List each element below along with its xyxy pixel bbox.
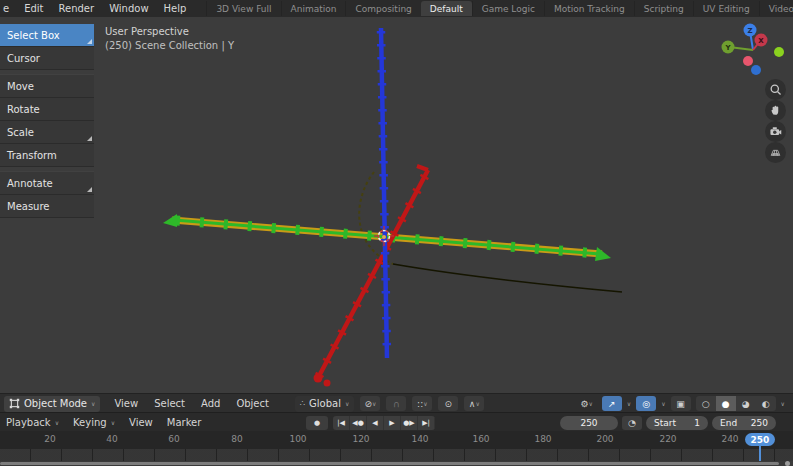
menu-keying[interactable]: Keying ∨: [73, 417, 115, 428]
chevron-down-icon[interactable]: ∨: [781, 400, 785, 407]
pivot-point-button[interactable]: ⊘ ∨: [360, 396, 380, 411]
chevron-down-icon[interactable]: ∨: [627, 400, 631, 407]
orientation-selector[interactable]: ∴ Global ∨: [295, 396, 354, 412]
transform-snap-cluster: ∴ Global ∨ ⊘ ∨ ∩ :: ∨ ⊙ ∧ ∨: [295, 396, 484, 412]
shading-wireframe-button[interactable]: ○: [696, 396, 716, 411]
falloff-button[interactable]: ∧ ∨: [464, 396, 484, 411]
tool-measure[interactable]: Measure: [0, 195, 94, 218]
tab-animation[interactable]: Animation: [281, 1, 346, 16]
menu-file-partial[interactable]: e: [3, 3, 9, 14]
chevron-down-icon: ∨: [589, 400, 593, 407]
xray-toggle-button[interactable]: ▣: [671, 396, 691, 411]
gizmo-neg-z[interactable]: [751, 65, 761, 75]
orientation-label: Global: [309, 398, 341, 409]
menu-view-timeline[interactable]: View: [129, 417, 153, 428]
chevron-down-icon[interactable]: ∨: [661, 400, 665, 407]
camera-view-button[interactable]: [765, 121, 786, 142]
tab-scripting[interactable]: Scripting: [634, 1, 693, 16]
jump-to-start-button[interactable]: |◀: [333, 416, 350, 430]
tool-transform[interactable]: Transform: [0, 144, 94, 167]
tool-select-box[interactable]: Select Box: [0, 24, 94, 47]
tool-panel: Select Box Cursor Move Rotate Scale Tran…: [0, 24, 94, 218]
next-keyframe-button[interactable]: ●▶: [401, 416, 418, 430]
shading-solid-button[interactable]: ●: [716, 396, 736, 411]
proportional-edit-button[interactable]: ⊙: [438, 396, 458, 411]
menu-object[interactable]: Object: [236, 398, 269, 409]
ruler-tick-label: 40: [97, 434, 127, 444]
orientation-icon: ∴: [300, 399, 305, 408]
timeline-ruler[interactable]: 20 40 60 80 100 120 140 160 180 200 220 …: [0, 431, 793, 449]
tab-game-logic[interactable]: Game Logic: [472, 1, 544, 16]
tab-motion-tracking[interactable]: Motion Tracking: [544, 1, 634, 16]
use-preview-range-button[interactable]: ◔: [622, 416, 642, 430]
menu-playback[interactable]: Playback ∨: [6, 417, 59, 428]
dark-curve: [393, 264, 622, 292]
menu-add[interactable]: Add: [201, 398, 220, 409]
prev-keyframe-button[interactable]: ◀●: [350, 416, 367, 430]
tool-annotate[interactable]: Annotate: [0, 171, 94, 195]
start-frame-field[interactable]: Start 1: [646, 416, 708, 430]
transport-controls: |◀ ◀● ◀ ▶ ●▶ ▶|: [333, 416, 435, 430]
tab-compositing[interactable]: Compositing: [345, 1, 420, 16]
scrollbar-knob[interactable]: [785, 461, 790, 466]
tool-cursor[interactable]: Cursor: [0, 47, 94, 70]
menu-marker[interactable]: Marker: [167, 417, 202, 428]
shading-material-button[interactable]: ◕: [736, 396, 756, 411]
ruler-tick-label: 60: [159, 434, 189, 444]
menu-select[interactable]: Select: [154, 398, 185, 409]
show-overlays-button[interactable]: ◎: [636, 396, 656, 411]
mode-selector[interactable]: Object Mode ∨: [4, 396, 100, 412]
viewport-3d[interactable]: User Perspective (250) Scene Collection …: [0, 17, 793, 393]
rendered-icon: ◐: [762, 399, 770, 409]
gizmo-neg-y[interactable]: [774, 47, 784, 57]
end-frame-field[interactable]: End 250: [712, 416, 776, 430]
auto-key-button[interactable]: ●: [306, 416, 328, 430]
timeline-track[interactable]: [0, 449, 793, 461]
menu-edit[interactable]: Edit: [24, 3, 43, 14]
show-gizmo-button[interactable]: ↗: [602, 396, 622, 411]
active-tool-button[interactable]: ⚙ ∨: [577, 396, 597, 411]
shading-rendered-button[interactable]: ◐: [756, 396, 776, 411]
start-label: Start: [654, 418, 676, 428]
tab-uv-editing[interactable]: UV Editing: [693, 1, 759, 16]
play-button[interactable]: ▶: [384, 416, 401, 430]
view-header-menus: View Select Add Object: [114, 398, 269, 409]
tool-move[interactable]: Move: [0, 74, 94, 98]
play-reverse-button[interactable]: ◀: [367, 416, 384, 430]
tool-scale[interactable]: Scale: [0, 121, 94, 144]
timeline[interactable]: 20 40 60 80 100 120 140 160 180 200 220 …: [0, 431, 793, 466]
playhead[interactable]: [759, 446, 761, 461]
menu-window[interactable]: Window: [109, 3, 148, 14]
menu-view[interactable]: View: [114, 398, 138, 409]
current-frame-badge[interactable]: 250: [745, 433, 775, 446]
perspective-toggle-button[interactable]: [765, 142, 786, 163]
snap-target-button[interactable]: :: ∨: [412, 396, 432, 411]
chevron-down-icon: ∨: [55, 419, 59, 426]
tool-rotate[interactable]: Rotate: [0, 98, 94, 121]
snap-toggle-button[interactable]: ∩: [386, 396, 406, 411]
ruler-tick-label: 180: [528, 434, 558, 444]
grid-icon: [769, 146, 782, 159]
clock-icon: ◔: [628, 418, 636, 428]
scene-canvas: [0, 17, 793, 393]
material-icon: ◕: [742, 399, 750, 409]
mode-label: Object Mode: [24, 398, 87, 409]
jump-to-end-button[interactable]: ▶|: [418, 416, 435, 430]
menu-render[interactable]: Render: [59, 3, 95, 14]
ruler-tick-label: 160: [466, 434, 496, 444]
pivot-icon: ⊘: [364, 399, 372, 409]
gizmo-neg-x[interactable]: [743, 56, 753, 66]
xray-icon: ▣: [676, 399, 685, 409]
menu-help[interactable]: Help: [164, 3, 187, 14]
zoom-button[interactable]: [765, 79, 786, 100]
current-frame-field[interactable]: 250: [560, 416, 618, 430]
tab-default[interactable]: Default: [421, 1, 472, 16]
timeline-scrollbar[interactable]: [0, 461, 793, 466]
ruler-tick-label: 100: [283, 434, 313, 444]
tab-video-editing[interactable]: Video Editing: [759, 1, 793, 16]
ruler-tick-label: 120: [346, 434, 376, 444]
tab-3d-view-full[interactable]: 3D View Full: [206, 1, 280, 16]
navigation-gizmo[interactable]: Z X Y: [720, 22, 790, 80]
scrollbar-handle[interactable]: [0, 462, 779, 465]
pan-button[interactable]: [765, 100, 786, 121]
